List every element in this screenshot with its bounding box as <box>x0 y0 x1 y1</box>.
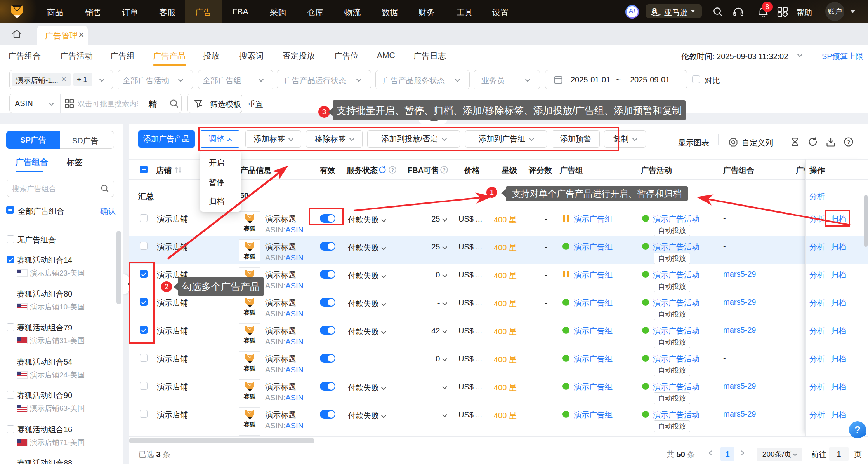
svg-text:?: ? <box>443 167 446 173</box>
svg-text:?: ? <box>847 139 850 145</box>
svg-text:a: a <box>652 5 658 16</box>
svg-text:?: ? <box>391 167 394 173</box>
